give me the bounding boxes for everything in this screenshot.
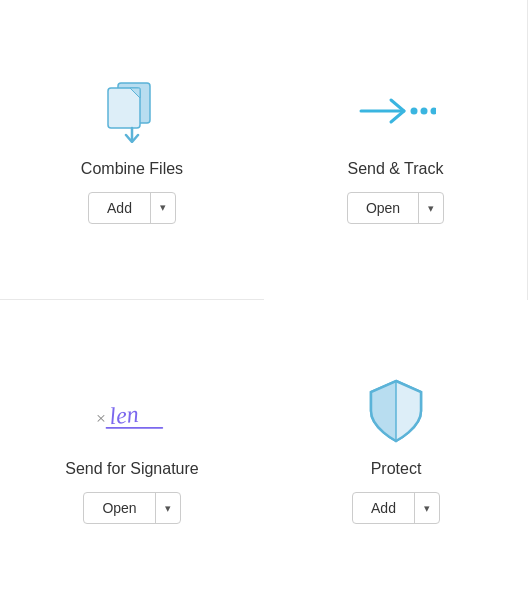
protect-dropdown[interactable]: ▾ [415,493,439,523]
combine-files-dropdown[interactable]: ▾ [151,193,175,223]
chevron-down-icon-4: ▾ [424,502,430,515]
protect-card: Protect Add ▾ [264,300,528,600]
send-track-dropdown[interactable]: ▾ [419,193,443,223]
combine-files-btn[interactable]: Add [89,193,150,223]
send-signature-btn[interactable]: Open [84,493,154,523]
send-track-card: Send & Track Open ▾ [264,0,528,300]
protect-btn-group: Add ▾ [352,492,440,524]
combine-files-btn-group: Add ▾ [88,192,176,224]
svg-rect-1 [108,88,140,128]
svg-point-4 [410,108,417,115]
protect-icon [356,376,436,446]
svg-text:len: len [108,400,139,428]
svg-point-6 [430,108,436,115]
send-track-btn-group: Open ▾ [347,192,444,224]
send-track-icon [356,76,436,146]
protect-label: Protect [371,460,422,478]
combine-files-label: Combine Files [81,160,183,178]
svg-point-5 [420,108,427,115]
send-signature-btn-group: Open ▾ [83,492,180,524]
send-track-label: Send & Track [347,160,443,178]
send-signature-dropdown[interactable]: ▾ [156,493,180,523]
send-signature-card: × len Send for Signature Open ▾ [0,300,264,600]
chevron-down-icon-3: ▾ [165,502,171,515]
send-signature-icon: × len [92,376,172,446]
send-track-btn[interactable]: Open [348,193,418,223]
chevron-down-icon: ▾ [160,201,166,214]
svg-text:×: × [96,407,106,427]
combine-files-icon [92,76,172,146]
chevron-down-icon-2: ▾ [428,202,434,215]
combine-files-card: Combine Files Add ▾ [0,0,264,300]
protect-btn[interactable]: Add [353,493,414,523]
send-signature-label: Send for Signature [65,460,198,478]
